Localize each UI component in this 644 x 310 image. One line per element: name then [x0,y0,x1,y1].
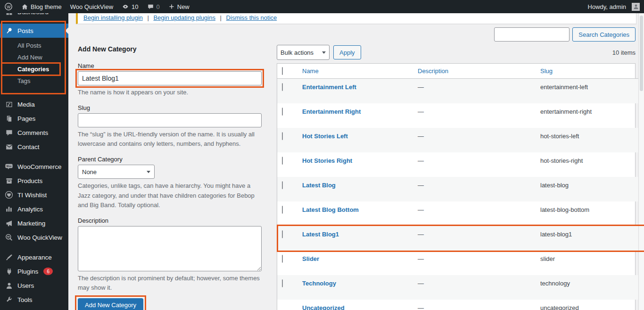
box-icon [5,177,13,185]
category-description: — [413,128,536,152]
apply-button[interactable]: Apply [333,45,361,59]
category-slug: entertainment-right [536,103,635,128]
avatar-icon [633,3,639,10]
category-name-link[interactable]: Hot Stories Right [302,157,352,164]
bulk-actions-select[interactable]: Bulk actions [277,45,330,60]
category-slug: hot-stories-right [536,152,635,177]
sidebar-item-label: Woo QuickView [17,234,62,241]
begin-updating-plugins-link[interactable]: Begin updating plugins [153,14,215,21]
admin-bar: Blog theme Woo QuickView 10 0 New Howdy,… [0,0,644,13]
wrench-icon [5,296,13,303]
wordpress-admin-page: Blog theme Woo QuickView 10 0 New Howdy,… [0,0,644,310]
table-header-row: Name Description Slug Count [277,64,644,79]
sidebar-item-woo-quickview[interactable]: Woo QuickView [0,230,68,244]
category-description: — [413,103,536,128]
sidebar-item-tools[interactable]: Tools [0,293,68,307]
name-help: The name is how it appears on your site. [78,88,262,97]
select-all-checkbox[interactable] [282,67,283,75]
plugins-update-badge: 6 [43,268,53,275]
category-slug: uncategorized [536,300,635,310]
sidebar-item-dashboard[interactable]: Dashboard [0,13,68,19]
chevron-down-icon [147,171,150,173]
megaphone-icon [5,219,13,227]
woo-quickview-menu[interactable]: Woo QuickView [66,0,117,13]
category-name-link[interactable]: Entertainment Left [302,84,356,91]
sidebar-item-woocommerce[interactable]: WooWooCommerce [0,159,68,174]
header-name[interactable]: Name [302,67,319,75]
search-categories-button[interactable]: Search Categories [572,27,636,42]
row-checkbox[interactable] [282,108,283,116]
category-name-link[interactable]: Hot Stories Left [302,133,348,140]
row-checkbox[interactable] [282,83,283,91]
notice-separator: | [147,14,149,21]
sidebar-item-products[interactable]: Products [0,174,68,188]
category-name-link[interactable]: Uncategorized [302,304,345,310]
category-name-input[interactable] [78,71,262,85]
category-name-link[interactable]: Slider [302,255,319,262]
site-name-menu[interactable]: Blog theme [17,0,66,13]
my-account-menu[interactable]: Howdy, admin [584,0,644,13]
parent-category-select[interactable]: None [78,165,155,179]
sidebar-item-marketing[interactable]: Marketing [0,216,68,230]
begin-installing-plugin-link[interactable]: Begin installing plugin [83,14,143,21]
category-description: — [413,79,536,104]
category-description: — [413,226,536,251]
sidebar-subitem-add-new[interactable]: Add New [0,51,68,63]
sidebar-item-comments[interactable]: Comments [0,126,68,140]
row-checkbox[interactable] [282,132,283,140]
sidebar-subitem-categories[interactable]: Categories [0,63,68,75]
row-checkbox[interactable] [282,230,283,238]
search-categories-input[interactable] [494,27,570,42]
vertical-scrollbar[interactable] [638,13,644,310]
category-slug-input[interactable] [78,113,262,127]
slug-label: Slug [78,104,262,111]
sidebar-item-plugins[interactable]: Plugins6 [0,264,68,278]
header-description[interactable]: Description [418,67,448,75]
table-row: Hot Stories Right—hot-stories-right9 [277,152,644,177]
scrollbar-thumb[interactable] [640,16,643,91]
sidebar-item-analytics[interactable]: Analytics [0,202,68,216]
pages-icon [5,115,13,123]
sidebar-subitem-all-posts[interactable]: All Posts [0,40,68,51]
updates-menu[interactable]: 10 [117,0,142,13]
category-name-link[interactable]: Latest Blog [302,182,336,189]
row-checkbox[interactable] [282,181,283,189]
new-label: New [177,3,190,10]
row-checkbox[interactable] [282,157,283,165]
row-checkbox[interactable] [282,279,283,287]
row-checkbox[interactable] [282,255,283,263]
category-name-link[interactable]: Technology [302,280,336,287]
sidebar-item-ti-wishlist[interactable]: TI Wishlist [0,188,68,202]
dismiss-notice-link[interactable]: Dismiss this notice [226,14,277,21]
sidebar-item-contact[interactable]: Contact [0,140,68,154]
posts-submenu: All PostsAdd NewCategoriesTags [0,38,68,91]
sidebar-item-label: Contact [17,143,40,151]
sidebar-item-pages[interactable]: Pages [0,111,68,126]
row-checkbox[interactable] [282,206,283,214]
envelope-icon [5,143,13,151]
header-slug[interactable]: Slug [540,67,553,75]
wp-logo-menu[interactable] [0,0,17,13]
sidebar-item-users[interactable]: Users [0,278,68,293]
category-slug: technology [536,275,635,300]
new-content-menu[interactable]: New [164,0,194,13]
sidebar-item-media[interactable]: Media [0,97,68,111]
sidebar-item-posts[interactable]: Posts [0,24,68,38]
sidebar-subitem-tags[interactable]: Tags [0,75,68,87]
add-new-category-button[interactable]: Add New Category [78,298,143,310]
category-description-textarea[interactable] [78,226,262,271]
category-name-link[interactable]: Entertainment Right [302,108,361,115]
category-name-link[interactable]: Latest Blog1 [302,231,339,238]
magnifier-eye-icon [5,233,13,242]
comments-menu[interactable]: 0 [143,0,164,13]
table-row: Hot Stories Left—hot-stories-left3 [277,128,644,152]
howdy-label: Howdy, admin [588,3,626,10]
table-row: Latest Blog1—latest-blog118 [277,226,644,251]
avatar [632,3,640,11]
category-name-link[interactable]: Latest Blog Bottom [302,206,359,213]
plug-icon [5,268,13,276]
form-title: Add New Category [78,45,262,53]
table-row: Uncategorized—uncategorized1 [277,300,644,310]
user-icon [5,282,13,290]
sidebar-item-appearance[interactable]: Appearance [0,250,68,264]
